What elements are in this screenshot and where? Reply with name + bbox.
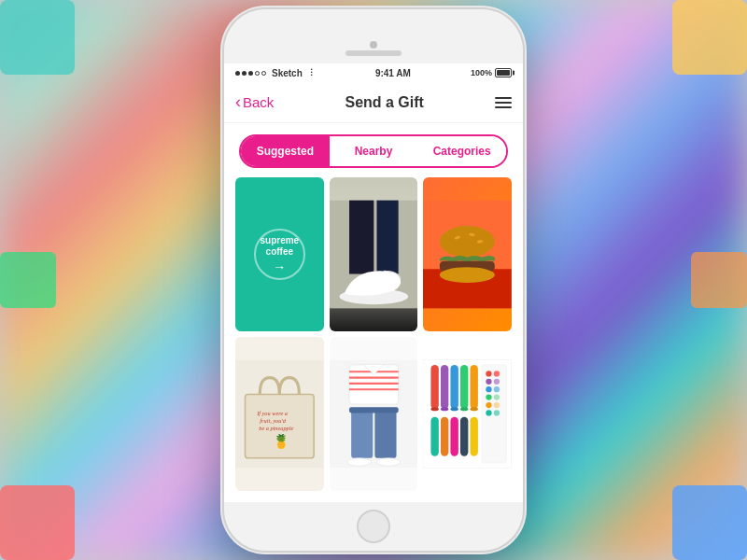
svg-point-47 [486, 394, 492, 399]
status-left: Sketch ⋮ [235, 68, 316, 78]
gift-item-bag[interactable]: If you were a fruit, you'd be a pineappl… [235, 337, 324, 491]
coffee-arrow-icon: → [273, 259, 286, 274]
svg-point-39 [471, 407, 478, 411]
burger-image [423, 177, 512, 331]
gift-item-outfit[interactable] [330, 337, 418, 491]
bg-tile-3 [0, 485, 75, 560]
svg-point-35 [431, 407, 439, 411]
svg-point-49 [486, 402, 492, 408]
carrier-label: Sketch [272, 68, 303, 78]
outfit-image [330, 337, 418, 491]
screen: Sketch ⋮ 9:41 AM 100% ‹ Back Send a Gift [224, 63, 523, 502]
tab-container: Suggested Nearby Categories [239, 134, 508, 168]
svg-rect-56 [460, 417, 468, 456]
home-button[interactable] [357, 510, 390, 543]
signal-dot-5 [261, 71, 266, 76]
tab-nearby[interactable]: Nearby [330, 136, 418, 166]
svg-point-28 [376, 458, 400, 466]
outfit-svg [330, 337, 418, 491]
svg-rect-1 [349, 201, 374, 274]
gift-item-burger[interactable] [423, 177, 512, 331]
battery-percent-label: 100% [471, 68, 492, 77]
svg-rect-26 [349, 407, 399, 413]
bg-tile-1 [0, 0, 75, 75]
signal-dot-4 [255, 71, 260, 76]
signal-dot-3 [248, 71, 253, 76]
gift-item-shoes[interactable] [330, 177, 418, 331]
signal-dot-1 [235, 71, 240, 76]
back-label: Back [243, 94, 274, 110]
bag-image: If you were a fruit, you'd be a pineappl… [235, 337, 324, 491]
coffee-circle: supreme coffee → [254, 229, 305, 280]
svg-point-42 [494, 371, 500, 376]
svg-text:🍍: 🍍 [273, 433, 290, 450]
phone-top-bezel [224, 9, 523, 63]
svg-rect-53 [431, 417, 439, 456]
menu-line-1 [495, 97, 512, 99]
tab-suggested[interactable]: Suggested [241, 136, 330, 166]
nav-bar: ‹ Back Send a Gift [224, 82, 523, 123]
gift-grid: supreme coffee → [224, 177, 523, 502]
gift-item-coffee[interactable]: supreme coffee → [235, 177, 324, 331]
bg-tile-4 [672, 485, 747, 560]
status-right: 100% [471, 68, 512, 77]
svg-point-36 [441, 407, 448, 411]
page-title: Send a Gift [345, 94, 423, 111]
svg-point-44 [494, 379, 500, 385]
svg-point-37 [451, 407, 458, 411]
svg-rect-24 [351, 409, 373, 458]
svg-rect-31 [441, 365, 448, 409]
svg-rect-55 [451, 417, 458, 456]
pens-image [423, 337, 512, 491]
menu-button[interactable] [495, 97, 512, 108]
bg-tile-2 [672, 0, 747, 75]
svg-point-45 [486, 386, 492, 392]
svg-point-38 [460, 407, 468, 411]
tab-bar: Suggested Nearby Categories [224, 123, 523, 177]
bg-tile-6 [691, 252, 747, 308]
signal-dot-2 [242, 71, 247, 76]
tab-categories[interactable]: Categories [417, 136, 506, 166]
speaker [345, 50, 402, 56]
menu-line-2 [495, 102, 512, 104]
phone-bottom-bezel [224, 502, 523, 551]
wifi-icon: ⋮ [307, 68, 316, 77]
back-button[interactable]: ‹ Back [235, 92, 274, 112]
battery-fill [497, 70, 510, 76]
battery-icon [495, 68, 512, 77]
svg-point-46 [494, 386, 500, 392]
coffee-text: supreme coffee [256, 235, 303, 258]
svg-rect-34 [471, 365, 478, 409]
svg-rect-54 [441, 417, 448, 456]
bg-tile-5 [0, 252, 56, 308]
svg-point-6 [440, 226, 495, 258]
bag-svg: If you were a fruit, you'd be a pineappl… [235, 337, 324, 491]
svg-rect-33 [460, 365, 468, 409]
status-time: 9:41 AM [375, 68, 411, 78]
burger-svg [423, 177, 512, 331]
svg-rect-32 [451, 365, 458, 409]
svg-point-51 [486, 410, 492, 415]
shoes-image [330, 177, 418, 331]
phone-frame: Sketch ⋮ 9:41 AM 100% ‹ Back Send a Gift [224, 9, 523, 551]
gift-item-pens[interactable] [423, 337, 512, 491]
svg-rect-25 [374, 409, 396, 458]
back-chevron-icon: ‹ [235, 92, 241, 112]
svg-text:fruit, you'd: fruit, you'd [260, 417, 286, 424]
svg-point-43 [486, 379, 492, 385]
svg-rect-57 [471, 417, 478, 456]
svg-rect-30 [431, 365, 439, 409]
menu-line-3 [495, 106, 512, 108]
svg-point-27 [347, 458, 371, 466]
pens-svg [423, 337, 512, 491]
svg-text:If you were a: If you were a [256, 410, 288, 416]
front-camera [370, 41, 377, 49]
svg-point-52 [494, 410, 500, 415]
svg-point-48 [494, 394, 500, 399]
status-bar: Sketch ⋮ 9:41 AM 100% [224, 63, 523, 82]
svg-text:be a pineapple: be a pineapple [259, 425, 293, 431]
shoe-svg [330, 177, 418, 331]
signal-dots [235, 71, 266, 76]
svg-point-41 [486, 371, 492, 376]
svg-rect-2 [376, 201, 398, 274]
